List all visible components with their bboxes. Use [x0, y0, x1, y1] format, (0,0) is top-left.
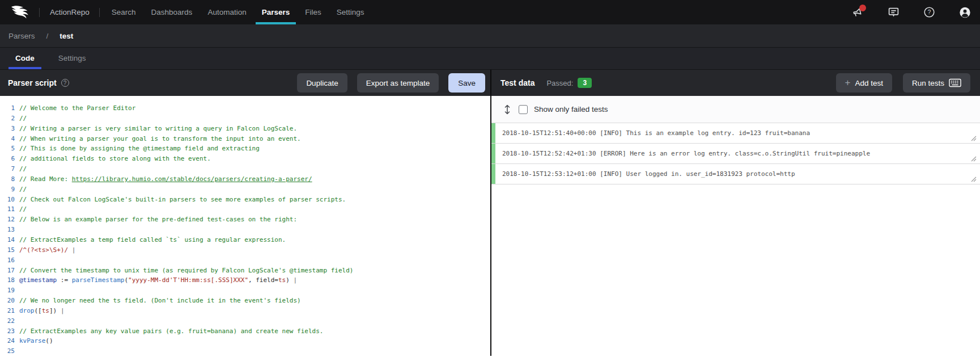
code-line[interactable]: 7// [0, 164, 490, 174]
keyboard-icon [949, 78, 961, 87]
line-number: 17 [0, 266, 15, 276]
line-number: 6 [0, 154, 15, 164]
nav-item-settings[interactable]: Settings [337, 1, 364, 24]
nav-item-files[interactable]: Files [305, 1, 321, 24]
line-number: 7 [0, 164, 15, 174]
code-line[interactable]: 3// Writing a parser is very similar to … [0, 124, 490, 134]
line-content: // [15, 164, 27, 174]
parser-script-pane: Parser script ? Duplicate Export as temp… [0, 70, 490, 356]
code-line[interactable]: 17// Convert the timestamp to unix time … [0, 266, 490, 276]
nav-icons: ? [852, 6, 980, 18]
svg-text:?: ? [928, 9, 931, 15]
duplicate-button[interactable]: Duplicate [297, 73, 347, 93]
breadcrumb: Parsers / test [0, 24, 980, 48]
line-content: // Read More: https://library.humio.com/… [15, 174, 312, 184]
code-line[interactable]: 10// Check out Falcon LogScale's built-i… [0, 195, 490, 205]
line-content [15, 346, 19, 356]
line-content: @timestamp := parseTimestamp("yyyy-MM-dd… [15, 275, 297, 285]
code-line[interactable]: 14// ExtractExamples a temp field called… [0, 235, 490, 245]
line-number: 2 [0, 114, 15, 124]
line-content: // Welcome to the Parser Editor [15, 103, 135, 114]
test-row[interactable]: 2018-10-15T12:51:40+00:00 [INFO] This is… [491, 123, 980, 144]
line-number: 8 [0, 174, 15, 184]
save-button[interactable]: Save [448, 73, 485, 93]
code-line[interactable]: 5// This is done by assigning the @times… [0, 144, 490, 154]
line-content: // When writing a parser your goal is to… [15, 134, 301, 144]
tab-code[interactable]: Code [9, 54, 41, 69]
code-line[interactable]: 20// We no longer need the ts field. (Do… [0, 296, 490, 306]
help-icon[interactable]: ? [923, 6, 935, 18]
line-content: // Convert the timestamp to unix time (a… [15, 266, 353, 276]
line-number: 20 [0, 296, 15, 306]
notification-badge [859, 5, 866, 11]
code-line[interactable]: 15/^(?<ts>\S+)/ | [0, 245, 490, 255]
test-filter-row: Show only failed tests [491, 96, 980, 123]
code-line[interactable]: 19 [0, 285, 490, 296]
account-icon[interactable] [959, 6, 971, 18]
line-content: // [15, 204, 27, 215]
passed-label: Passed: [546, 79, 573, 87]
code-editor[interactable]: 1// Welcome to the Parser Editor2//3// W… [0, 96, 490, 356]
line-number: 9 [0, 184, 15, 195]
run-tests-button[interactable]: Run tests [903, 73, 970, 93]
show-only-failed-label: Show only failed tests [534, 105, 608, 114]
code-line[interactable]: 22 [0, 316, 490, 326]
passed-count-badge: 3 [578, 78, 592, 88]
code-line[interactable]: 13 [0, 225, 490, 235]
show-only-failed-checkbox[interactable] [519, 105, 528, 114]
line-content: // ExtractExamples any key value pairs (… [15, 326, 323, 337]
code-line[interactable]: 18@timestamp := parseTimestamp("yyyy-MM-… [0, 275, 490, 285]
code-line[interactable]: 12// Below is an example parser for the … [0, 215, 490, 225]
test-passed-bar [491, 144, 495, 163]
nav-item-parsers[interactable]: Parsers [262, 1, 290, 24]
parser-script-help-icon[interactable]: ? [61, 79, 69, 87]
code-line[interactable]: 4// When writing a parser your goal is t… [0, 134, 490, 144]
test-data-pane: Test data Passed: 3 +Add test Run tests … [491, 70, 980, 356]
line-content: // Check out Falcon LogScale's built-in … [15, 195, 346, 205]
main-area: Parser script ? Duplicate Export as temp… [0, 70, 980, 356]
parser-script-title: Parser script [8, 78, 57, 87]
plus-icon: + [845, 77, 851, 89]
code-line[interactable]: 2// [0, 114, 490, 124]
row-resize-grip[interactable] [971, 177, 977, 182]
breadcrumb-separator: / [46, 32, 49, 40]
nav-item-dashboards[interactable]: Dashboards [151, 1, 193, 24]
line-number: 24 [0, 336, 15, 346]
expand-vertical-icon[interactable] [503, 104, 511, 115]
nav-item-search[interactable]: Search [112, 1, 136, 24]
code-line[interactable]: 21drop([ts]) | [0, 306, 490, 316]
code-line[interactable]: 24kvParse() [0, 336, 490, 346]
code-line[interactable]: 25 [0, 346, 490, 356]
code-line[interactable]: 8// Read More: https://library.humio.com… [0, 174, 490, 184]
test-row[interactable]: 2018-10-15T12:53:12+01:00 [INFO] User lo… [491, 164, 980, 184]
announcements-icon[interactable] [852, 6, 864, 18]
add-test-button[interactable]: +Add test [836, 73, 892, 93]
line-content: // Writing a parser is very similar to w… [15, 124, 297, 134]
tab-settings[interactable]: Settings [52, 54, 93, 69]
row-resize-grip[interactable] [971, 156, 977, 162]
line-number: 14 [0, 235, 15, 245]
code-line[interactable]: 6// additional fields to store along wit… [0, 154, 490, 164]
feedback-chat-icon[interactable] [888, 6, 900, 18]
row-resize-grip[interactable] [971, 136, 977, 141]
code-line[interactable]: 1// Welcome to the Parser Editor [0, 103, 490, 114]
repo-name[interactable]: ActionRepo [50, 8, 90, 16]
line-number: 25 [0, 346, 15, 356]
test-log-text: 2018-10-15T12:53:12+01:00 [INFO] User lo… [495, 170, 795, 178]
code-line[interactable]: 16 [0, 255, 490, 266]
code-line[interactable]: 11// [0, 204, 490, 215]
code-line[interactable]: 9// [0, 184, 490, 195]
test-row[interactable]: 2018-10-15T12:52:42+01:30 [ERROR] Here i… [491, 144, 980, 164]
line-content: // Below is an example parser for the pr… [15, 215, 297, 225]
top-nav: ActionRepo SearchDashboardsAutomationPar… [0, 0, 980, 24]
line-number: 12 [0, 215, 15, 225]
crowdstrike-falcon-logo[interactable] [10, 5, 32, 20]
code-line[interactable]: 23// ExtractExamples any key value pairs… [0, 326, 490, 337]
export-as-template-button[interactable]: Export as template [357, 73, 439, 93]
line-number: 16 [0, 255, 15, 266]
parser-script-toolbar: Parser script ? Duplicate Export as temp… [0, 70, 490, 96]
nav-item-automation[interactable]: Automation [207, 1, 246, 24]
breadcrumb-parsers[interactable]: Parsers [9, 32, 35, 40]
tab-bar: Code Settings [0, 48, 980, 70]
line-number: 22 [0, 316, 15, 326]
